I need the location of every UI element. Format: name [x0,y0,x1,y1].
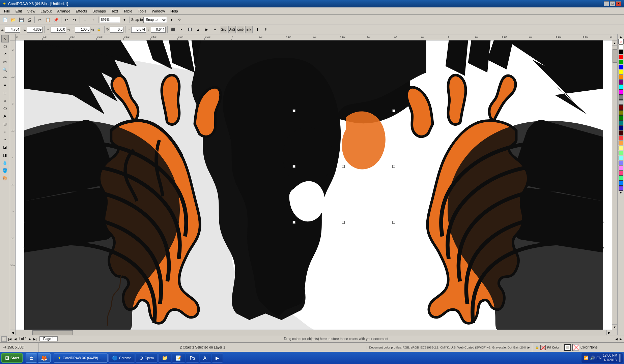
color-violet[interactable] [619,186,623,191]
color-maroon[interactable] [619,105,623,110]
scale-x-input[interactable] [131,27,146,33]
group-btn[interactable]: Grp [220,26,227,33]
taskbar-coreldraw[interactable]: ✦ CorelDRAW X6 (64-Bit)... [54,353,108,363]
color-eyedropper[interactable]: 💧 [1,159,9,166]
color-sky-blue[interactable] [619,181,623,186]
page-next-btn[interactable]: ▶ [27,337,32,341]
color-magenta[interactable] [619,90,623,95]
shadow-tool[interactable]: ◪ [1,144,9,151]
hscroll-thumb[interactable] [32,330,73,335]
taskbar-mediaplayer[interactable]: ▶ [212,353,223,363]
print-button[interactable]: 🖨 [26,16,33,24]
maximize-button[interactable]: □ [610,1,615,6]
menu-help[interactable]: Help [168,8,181,14]
color-orange[interactable] [619,75,623,80]
save-button[interactable]: 💾 [18,16,25,24]
y-input[interactable] [27,27,42,33]
cut-button[interactable]: ✂ [36,16,44,24]
align-middle-btn[interactable]: ▶ [203,26,210,33]
lock-ratio-btn[interactable]: 🔒 [95,26,103,33]
export-button[interactable]: ↑ [89,16,97,24]
menu-layout[interactable]: Layout [38,8,54,14]
undo-button[interactable]: ↩ [63,16,70,24]
color-pink[interactable] [619,166,623,171]
palette-scroll-left[interactable]: ◀ [615,337,618,341]
color-red[interactable] [619,55,623,59]
open-button[interactable]: 📂 [9,16,17,24]
color-dark-red[interactable] [619,130,623,135]
menu-tools[interactable]: Tools [135,8,149,14]
color-light-blue[interactable] [619,161,623,165]
zoom-tool[interactable]: 🔍 [1,66,9,73]
taskbar-folder[interactable]: 📁 [158,353,171,363]
table-tool[interactable]: ⊞ [1,120,9,128]
color-purple[interactable] [619,80,623,85]
language-indicator[interactable]: EN [596,356,601,360]
copy-button[interactable]: 📋 [44,16,52,24]
menu-bitmaps[interactable]: Bitmaps [90,8,109,14]
vscroll-up-btn[interactable]: ▲ [612,40,618,46]
doc-profile[interactable]: Document color profiles: RGB: sRGB IEC61… [367,346,532,349]
vscroll-thumb[interactable] [613,49,617,63]
align-left-btn[interactable]: ⬛ [169,26,177,33]
snap-to-select[interactable]: Snap to [143,17,167,23]
smartdraw-tool[interactable]: ✒ [1,82,9,89]
color-gray[interactable] [619,95,623,100]
redo-button[interactable]: ↪ [71,16,78,24]
text-tool[interactable]: A [1,113,9,120]
taskbar-firefox[interactable]: 🦊 [38,353,51,363]
hscroll-track[interactable] [16,330,606,335]
height-input[interactable] [75,27,90,33]
zoom-input[interactable] [100,17,120,23]
taskbar-photoshop[interactable]: Ps [186,353,199,363]
page-last-btn[interactable]: ▶| [33,337,37,341]
canvas-area[interactable] [16,40,612,330]
page-first-btn[interactable]: |◀ [7,337,12,341]
hscroll-right-btn[interactable]: ▶ [606,330,612,335]
vscroll-track[interactable] [612,46,618,324]
color-light-cyan[interactable] [619,156,623,160]
palette-scroll-up[interactable]: ▲ [619,35,622,38]
crop-tool[interactable]: ✂ [1,58,9,66]
ellipse-tool[interactable]: ○ [1,97,9,104]
title-controls[interactable]: _ □ ✕ [604,1,621,6]
color-olive[interactable] [619,110,623,115]
horizontal-scrollbar[interactable]: ◀ ▶ [10,330,617,335]
color-light-yellow[interactable] [619,146,623,150]
smart-fill[interactable]: 🎨 [1,175,9,182]
menu-arrange[interactable]: Arrange [54,8,73,14]
color-green[interactable] [619,60,623,64]
break-apart-btn[interactable]: Brk [245,26,253,33]
no-color-swatch[interactable]: ✕ [618,39,624,44]
zoom-dropdown-btn[interactable]: ▼ [121,16,128,24]
vscroll-down-btn[interactable]: ▼ [612,324,618,330]
rect-tool[interactable]: □ [1,89,9,97]
scale-y-input[interactable] [151,27,166,33]
clock-display[interactable]: 12:00 PM 1/1/2013 [603,353,617,363]
color-mint[interactable] [619,176,623,181]
smear-tool[interactable]: ↗ [1,51,9,58]
close-button[interactable]: ✕ [616,1,621,6]
angle-input[interactable] [110,27,123,33]
minimize-button[interactable]: _ [604,1,609,6]
back-btn[interactable]: ⬇ [262,26,270,33]
paste-button[interactable]: 📌 [52,16,60,24]
menu-view[interactable]: View [25,8,38,14]
front-btn[interactable]: ⬆ [254,26,261,33]
vertical-scrollbar[interactable]: ▲ ▼ [612,40,617,330]
menu-window[interactable]: Window [149,8,168,14]
menu-table[interactable]: Table [121,8,135,14]
fill-color-box[interactable] [540,345,546,350]
import-button[interactable]: ↓ [81,16,89,24]
color-hot-pink[interactable] [619,171,623,176]
color-cyan[interactable] [619,85,623,90]
volume-icon[interactable]: 🔊 [590,356,595,360]
select-tool[interactable]: ↖ [1,35,9,42]
x-input[interactable] [5,27,20,33]
color-light-orange[interactable] [619,141,623,145]
new-button[interactable]: 📄 [1,16,9,24]
palette-scroll-down[interactable]: ▼ [619,191,622,194]
profile-expand-icon[interactable]: ▶ [528,346,530,349]
align-center-btn[interactable]: ▪ [178,26,185,33]
align-right-btn[interactable]: 🔲 [186,26,194,33]
